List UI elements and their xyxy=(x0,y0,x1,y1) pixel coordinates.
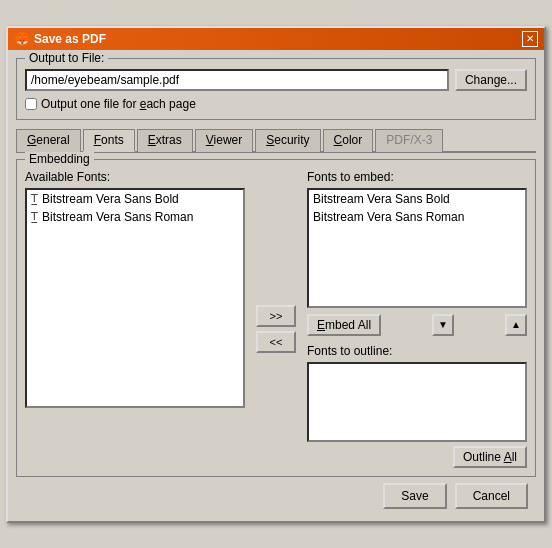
arrow-panel: >> << xyxy=(251,170,301,468)
one-file-per-page-checkbox[interactable] xyxy=(25,98,37,110)
embed-font-name-1: Bitstream Vera Sans Bold xyxy=(313,192,450,206)
tab-viewer[interactable]: Viewer xyxy=(195,129,253,152)
embed-font-item-2[interactable]: Bitstream Vera Sans Roman xyxy=(309,208,525,226)
right-panel: Fonts to embed: Bitstream Vera Sans Bold… xyxy=(307,170,527,468)
file-path-input[interactable] xyxy=(25,69,449,91)
outline-controls-row: Outline All xyxy=(307,446,527,468)
embed-font-item-1[interactable]: Bitstream Vera Sans Bold xyxy=(309,190,525,208)
titlebar: 🦊 Save as PDF ✕ xyxy=(8,28,544,50)
window-content: Output to File: Change... Output one fil… xyxy=(8,50,544,521)
bottom-bar: Save Cancel xyxy=(16,477,536,513)
available-font-name-2: Bitstream Vera Sans Roman xyxy=(42,210,193,224)
embed-font-name-2: Bitstream Vera Sans Roman xyxy=(313,210,464,224)
available-fonts-label: Available Fonts: xyxy=(25,170,245,184)
move-down-button[interactable]: ▼ xyxy=(432,314,454,336)
window-title: Save as PDF xyxy=(34,32,106,46)
save-button[interactable]: Save xyxy=(383,483,446,509)
available-font-item-2[interactable]: T̲ Bitstream Vera Sans Roman xyxy=(27,208,243,226)
available-fonts-list[interactable]: T̲ Bitstream Vera Sans Bold T̲ Bitstream… xyxy=(25,188,245,408)
available-font-item-1[interactable]: T̲ Bitstream Vera Sans Bold xyxy=(27,190,243,208)
embed-all-button[interactable]: Embed All xyxy=(307,314,381,336)
tab-extras[interactable]: Extras xyxy=(137,129,193,152)
move-up-button[interactable]: ▲ xyxy=(505,314,527,336)
embedding-content: Available Fonts: T̲ Bitstream Vera Sans … xyxy=(25,170,527,468)
tab-color[interactable]: Color xyxy=(323,129,374,152)
output-group-label: Output to File: xyxy=(25,51,108,65)
available-fonts-panel: Available Fonts: T̲ Bitstream Vera Sans … xyxy=(25,170,245,468)
tab-general[interactable]: General xyxy=(16,129,81,152)
cancel-button[interactable]: Cancel xyxy=(455,483,528,509)
embed-controls-row: Embed All ▼ ▲ xyxy=(307,314,527,336)
outline-font-list[interactable] xyxy=(307,362,527,442)
close-button[interactable]: ✕ xyxy=(522,31,538,47)
embedding-group: Embedding Available Fonts: T̲ Bitstream … xyxy=(16,159,536,477)
fonts-to-embed-section: Fonts to embed: Bitstream Vera Sans Bold… xyxy=(307,170,527,336)
svg-text:🦊: 🦊 xyxy=(16,33,29,46)
app-icon: 🦊 xyxy=(14,31,30,47)
file-row: Change... xyxy=(25,69,527,91)
embedding-group-label: Embedding xyxy=(25,152,94,166)
tab-bar: General Fonts Extras Viewer Security Col… xyxy=(16,128,536,153)
checkbox-row: Output one file for each page xyxy=(25,97,527,111)
embed-font-list[interactable]: Bitstream Vera Sans Bold Bitstream Vera … xyxy=(307,188,527,308)
tab-fonts[interactable]: Fonts xyxy=(83,129,135,152)
save-as-pdf-dialog: 🦊 Save as PDF ✕ Output to File: Change..… xyxy=(6,26,546,523)
font-icon-1: T̲ xyxy=(31,192,38,205)
outline-all-button[interactable]: Outline All xyxy=(453,446,527,468)
titlebar-left: 🦊 Save as PDF xyxy=(14,31,106,47)
change-button[interactable]: Change... xyxy=(455,69,527,91)
font-icon-2: T̲ xyxy=(31,210,38,223)
output-group: Output to File: Change... Output one fil… xyxy=(16,58,536,120)
fonts-to-embed-label: Fonts to embed: xyxy=(307,170,527,184)
fonts-to-outline-label: Fonts to outline: xyxy=(307,344,527,358)
tab-pdf-x3: PDF/X-3 xyxy=(375,129,443,152)
available-font-name-1: Bitstream Vera Sans Bold xyxy=(42,192,179,206)
one-file-per-page-label: Output one file for each page xyxy=(41,97,196,111)
tab-security[interactable]: Security xyxy=(255,129,320,152)
move-left-button[interactable]: << xyxy=(256,331,296,353)
move-right-button[interactable]: >> xyxy=(256,305,296,327)
